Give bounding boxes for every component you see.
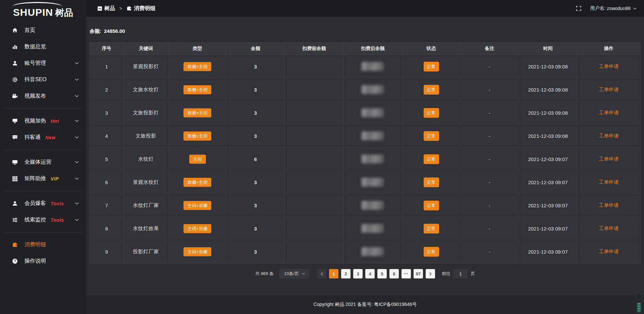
cell-balance-after <box>343 217 402 240</box>
status-badge: 正常 <box>424 224 439 233</box>
cell-time: 2021-12-03 09:08 <box>519 124 577 148</box>
table-row: 9 投影灯厂家 主词+后缀 3 正常 - 2021-12-03 09:07 工单… <box>90 240 641 263</box>
blurred-balance <box>362 224 384 233</box>
cell-remark: - <box>461 101 519 124</box>
sidebar-item-data-overview[interactable]: 数据总览 <box>0 39 86 55</box>
home-icon <box>12 28 19 33</box>
type-badge: 前缀+主词 <box>183 132 212 141</box>
cell-keyword: 水纹灯 <box>123 148 169 171</box>
cell-amount: 3 <box>226 171 285 194</box>
table-row: 5 水纹灯 主词 6 正常 - 2021-12-03 09:07 工单申请 <box>90 148 641 171</box>
cell-status: 正常 <box>402 171 460 194</box>
sidebar-item-label: 抖客通 <box>24 134 41 141</box>
work-order-link[interactable]: 工单申请 <box>599 87 619 92</box>
chevron-down-icon <box>75 136 79 139</box>
sidebar-item-omnimedia-operation[interactable]: 全媒体运营 <box>0 154 86 170</box>
app-icon <box>97 6 102 11</box>
cell-keyword: 文旅投影 <box>123 124 169 148</box>
app-logo: SHUPIN 树品 <box>0 0 86 19</box>
sidebar-item-douketong[interactable]: 抖客通 New <box>0 129 86 146</box>
sidebar-item-home[interactable]: 首页 <box>0 22 86 39</box>
next-page-button[interactable] <box>426 269 435 278</box>
prev-page-button[interactable] <box>317 269 326 278</box>
chevron-down-icon <box>633 7 637 10</box>
sidebar: SHUPIN 树品 首页 数据总览 账号管理 <box>0 0 86 314</box>
cell-type: 前缀+主词 <box>168 171 226 194</box>
page-button-5[interactable]: 5 <box>377 269 387 278</box>
sidebar-item-member-baoke[interactable]: 会员爆客 Tools <box>0 195 86 212</box>
cell-status: 正常 <box>402 217 460 240</box>
cell-balance-before <box>285 194 344 217</box>
widget-stripes <box>637 303 641 312</box>
work-order-link[interactable]: 工单申请 <box>599 63 619 69</box>
page-button-97[interactable]: 97 <box>414 269 423 278</box>
cell-time: 2021-12-03 09:07 <box>519 171 577 194</box>
cell-no: 5 <box>90 148 123 171</box>
cell-remark: - <box>461 240 519 263</box>
work-order-link[interactable]: 工单申请 <box>599 110 619 115</box>
display-icon <box>12 118 19 124</box>
table-row: 1 景观投影灯 前缀+主词 3 正常 - 2021-12-03 09:08 工单… <box>90 55 641 78</box>
work-order-link[interactable]: 工单申请 <box>599 156 619 162</box>
sidebar-item-douyin-seo[interactable]: 抖音SEO <box>0 71 86 88</box>
table-row: 6 景观水纹灯 前缀+主词 3 正常 - 2021-12-03 09:07 工单… <box>90 171 641 194</box>
cell-time: 2021-12-03 09:07 <box>519 148 577 171</box>
user-icon <box>12 60 19 66</box>
sidebar-item-operation-guide[interactable]: ? 操作说明 <box>0 253 86 269</box>
grid-icon <box>12 176 19 181</box>
sidebar-item-consumption-details[interactable]: 消费明细 <box>0 237 86 253</box>
cell-balance-before <box>285 148 344 171</box>
page-button-6[interactable]: 6 <box>389 269 399 278</box>
balance-value: 24856.00 <box>104 28 125 34</box>
cell-amount: 3 <box>226 240 285 263</box>
breadcrumb-separator: > <box>119 6 122 11</box>
type-badge: 前缀+主词 <box>183 62 212 71</box>
sidebar-item-matrix-boost[interactable]: 矩阵助推 VIP <box>0 170 86 187</box>
cell-keyword: 水纹灯效果 <box>123 217 169 240</box>
sidebar-item-video-heating[interactable]: 视频加热 Hot <box>0 113 86 129</box>
chevron-down-icon <box>302 273 305 275</box>
type-badge: 主词+后缀 <box>183 247 212 256</box>
cell-time: 2021-12-03 09:08 <box>519 55 577 78</box>
cell-time: 2021-12-03 09:08 <box>519 78 577 101</box>
cell-status: 正常 <box>402 124 460 148</box>
sidebar-item-label: 全媒体运营 <box>24 159 51 166</box>
work-order-link[interactable]: 工单申请 <box>599 202 619 208</box>
sidebar-item-clue-monitoring[interactable]: 线索监控 Tools <box>0 212 86 228</box>
breadcrumb-item-root[interactable]: 树品 <box>104 5 115 12</box>
sidebar-item-account-management[interactable]: 账号管理 <box>0 55 86 71</box>
fullscreen-icon[interactable] <box>576 6 581 11</box>
page-button-3[interactable]: 3 <box>353 269 363 278</box>
user-menu[interactable]: 用户名: zswodun88 <box>590 5 637 11</box>
work-order-link[interactable]: 工单申请 <box>599 249 619 254</box>
work-order-link[interactable]: 工单申请 <box>599 225 619 231</box>
sidebar-item-video-publish[interactable]: 视频发布 <box>0 88 86 104</box>
vip-badge: VIP <box>51 176 59 181</box>
cell-type: 主词+后缀 <box>168 194 226 217</box>
work-order-link[interactable]: 工单申请 <box>599 179 619 185</box>
cell-time: 2021-12-03 09:07 <box>519 240 577 263</box>
cell-balance-after <box>343 101 402 124</box>
chevron-down-icon <box>75 120 79 122</box>
browser-extension-widget <box>636 293 642 313</box>
sliders-icon <box>12 217 19 223</box>
page-button-1[interactable]: 1 <box>329 269 338 278</box>
goto-page-input[interactable] <box>453 269 468 278</box>
work-order-link[interactable]: 工单申请 <box>599 133 619 139</box>
svg-text:?: ? <box>14 259 16 263</box>
sidebar-item-label: 数据总览 <box>24 43 46 50</box>
cell-action: 工单申请 <box>577 78 641 101</box>
status-badge: 正常 <box>424 62 439 71</box>
logo-text-cn: 树品 <box>55 8 73 17</box>
page-ellipsis-button[interactable]: ••• <box>401 269 411 278</box>
sidebar-item-label: 视频加热 <box>24 117 46 124</box>
main-content: 余额:24856.00 序号 关键词 类型 金额 扣费前余额 扣费后余额 状态 … <box>86 17 644 314</box>
table-header-row: 序号 关键词 类型 金额 扣费前余额 扣费后余额 状态 备注 时间 操作 <box>90 42 641 55</box>
table-body: 1 景观投影灯 前缀+主词 3 正常 - 2021-12-03 09:08 工单… <box>90 55 641 263</box>
sidebar-item-label: 矩阵助推 <box>24 175 46 182</box>
cell-action: 工单申请 <box>577 194 641 217</box>
page-button-2[interactable]: 2 <box>341 269 351 278</box>
status-badge: 正常 <box>424 201 439 210</box>
page-size-select[interactable]: 10条/页 <box>279 269 309 279</box>
page-button-4[interactable]: 4 <box>365 269 375 278</box>
